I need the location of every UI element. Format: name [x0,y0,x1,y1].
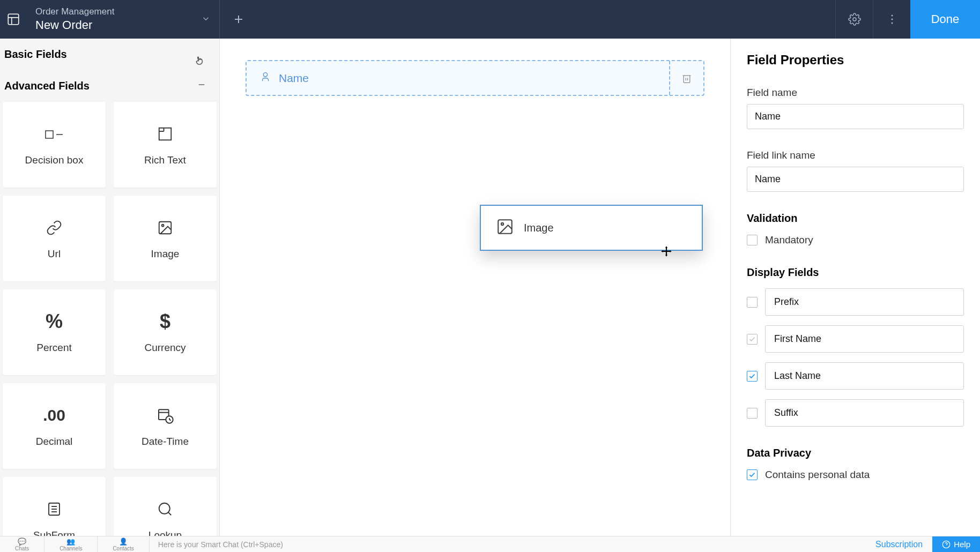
advanced-fields-title: Advanced Fields [4,80,90,92]
first-name-checkbox[interactable] [747,334,758,345]
calendar-clock-icon [157,405,174,426]
image-field-label: Image [524,222,554,234]
field-name-label: Field name [747,87,964,99]
svg-point-7 [891,19,893,20]
field-url[interactable]: Url [3,196,106,281]
subscription-link[interactable]: Subscription [866,540,932,549]
delete-field-button[interactable] [669,61,703,95]
field-label: Currency [144,342,185,354]
percent-icon: % [46,311,63,332]
channels-label: Channels [60,546,82,551]
move-cursor-icon [659,245,673,262]
data-privacy-title: Data Privacy [747,447,964,459]
suffix-input[interactable] [765,399,964,427]
field-label: Rich Text [144,154,186,166]
chat-icon: 💬 [18,538,26,546]
field-label: Lookup [149,529,182,536]
decision-box-icon [44,123,64,145]
more-button[interactable] [873,0,910,39]
field-label: Url [48,248,61,260]
field-name-input[interactable] [747,104,964,129]
person-icon [259,71,271,85]
link-icon [46,217,62,238]
field-decimal[interactable]: .00 Decimal [3,383,106,469]
field-date-time[interactable]: Date-Time [114,383,217,469]
svg-rect-0 [8,14,19,25]
search-icon [157,498,173,520]
properties-title: Field Properties [747,53,964,68]
last-name-checkbox[interactable] [747,371,758,382]
field-lookup[interactable]: Lookup [114,477,217,536]
channels-icon: 👥 [66,538,75,546]
last-name-input[interactable] [765,362,964,390]
basic-fields-section[interactable]: Basic Fields [0,39,219,70]
help-label: Help [954,540,970,549]
app-header: Order Management New Order Done [0,0,980,39]
contacts-label: Contacts [113,546,133,551]
prefix-input[interactable] [765,288,964,316]
image-icon [157,217,173,238]
help-button[interactable]: Help [932,536,980,552]
validation-title: Validation [747,212,964,225]
field-subform[interactable]: SubForm [3,477,106,536]
name-field-label: Name [279,72,309,85]
chevron-down-icon [201,12,211,27]
chats-label: Chats [15,546,29,551]
form-canvas[interactable]: Name Image [220,39,730,536]
field-link-label: Field link name [747,150,964,161]
image-icon [496,218,514,238]
svg-point-8 [891,23,893,24]
subform-icon [46,498,62,520]
mandatory-checkbox[interactable] [747,235,758,245]
personal-data-label: Contains personal data [765,469,870,481]
image-field-dragging[interactable]: Image [480,205,703,251]
app-logo-icon[interactable] [0,0,27,39]
svg-line-21 [169,420,171,420]
contacts-icon: 👤 [119,538,128,546]
field-percent[interactable]: % Percent [3,289,106,375]
personal-data-checkbox[interactable] [747,469,758,480]
mandatory-label: Mandatory [765,234,813,246]
header-title-dropdown[interactable]: Order Management New Order [27,0,220,39]
field-label: Date-Time [142,436,189,447]
field-label: Decimal [36,436,73,447]
chats-tab[interactable]: 💬 Chats [0,536,44,552]
rich-text-icon [157,123,173,145]
svg-rect-12 [159,128,172,140]
svg-point-5 [853,18,856,21]
advanced-fields-section[interactable]: Advanced Fields [0,70,219,102]
svg-rect-10 [46,131,53,138]
basic-fields-title: Basic Fields [4,48,67,61]
field-rich-text[interactable]: Rich Text [114,102,217,188]
header-subtitle: Order Management [35,6,201,17]
display-fields-title: Display Fields [747,266,964,279]
contacts-tab[interactable]: 👤 Contacts [98,536,149,552]
decimal-icon: .00 [43,405,65,426]
collapse-icon [197,80,215,92]
field-label: Image [151,248,180,260]
first-name-input[interactable] [765,325,964,353]
svg-line-27 [168,512,171,515]
name-field[interactable]: Name [246,60,704,96]
suffix-checkbox[interactable] [747,408,758,419]
channels-tab[interactable]: 👥 Channels [44,536,98,552]
svg-point-26 [159,503,170,514]
smart-chat-input[interactable]: Here is your Smart Chat (Ctrl+Space) [150,540,866,549]
header-title: New Order [35,18,201,32]
fields-sidebar: Basic Fields Advanced Fields Decision bo… [0,39,220,536]
field-label: Decision box [25,154,84,166]
field-link-input[interactable] [747,167,964,192]
dollar-icon: $ [160,311,170,332]
add-button[interactable] [220,0,257,39]
field-currency[interactable]: $ Currency [114,289,217,375]
prefix-checkbox[interactable] [747,297,758,308]
svg-point-32 [501,223,503,225]
bottom-bar: 💬 Chats 👥 Channels 👤 Contacts Here is yo… [0,536,980,552]
svg-point-16 [162,225,164,227]
field-image[interactable]: Image [114,196,217,281]
field-decision-box[interactable]: Decision box [3,102,106,188]
settings-button[interactable] [835,0,873,39]
done-button[interactable]: Done [910,0,980,39]
field-label: Percent [36,342,71,354]
field-label: SubForm [33,529,75,536]
